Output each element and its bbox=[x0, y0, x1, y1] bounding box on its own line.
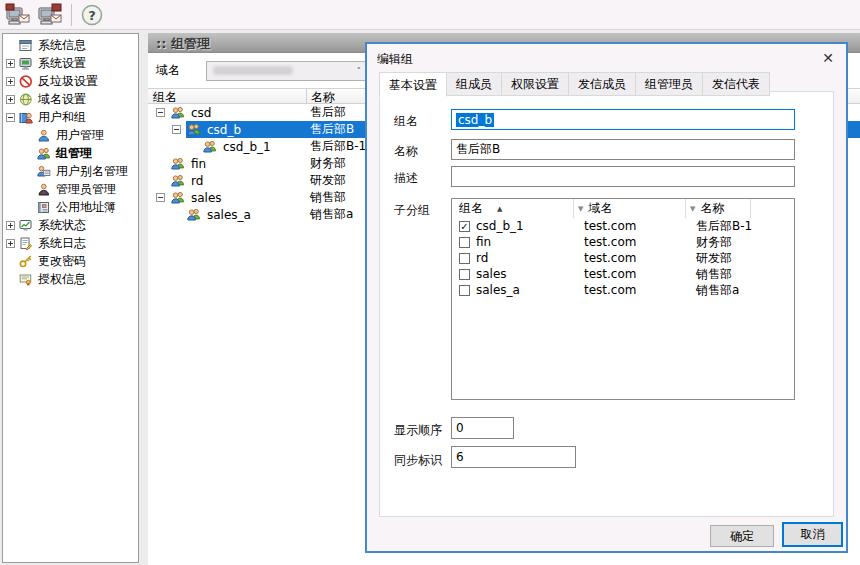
tree-spacer bbox=[24, 203, 33, 212]
checkbox-checked[interactable]: ✓ bbox=[459, 221, 470, 232]
dialog-tab-0[interactable]: 基本设置 bbox=[379, 72, 447, 97]
cancel-button[interactable]: 取消 bbox=[782, 522, 843, 547]
tree-spacer bbox=[6, 41, 15, 50]
edit-group-dialog: 编辑组 ✕ 基本设置组成员权限设置发信成员组管理员发信代表 组名 csd_b 名… bbox=[365, 42, 848, 553]
ok-button[interactable]: 确定 bbox=[710, 525, 774, 547]
subgroups-header-display[interactable]: ▼ 名称 bbox=[686, 199, 751, 218]
domain-settings-icon bbox=[19, 93, 34, 106]
group-icon bbox=[203, 140, 219, 153]
tree-expander-icon[interactable] bbox=[172, 125, 181, 134]
sync-id-input[interactable] bbox=[451, 446, 576, 468]
group-icon bbox=[171, 106, 187, 119]
dialog-tab-4[interactable]: 组管理员 bbox=[636, 72, 703, 96]
change-password-icon bbox=[19, 255, 34, 268]
sidebar-item-label: 管理员管理 bbox=[56, 181, 116, 198]
group-display-name: 销售部 bbox=[310, 189, 346, 206]
sort-asc-icon: ▲ bbox=[497, 205, 502, 213]
subgroup-display-name: 销售部 bbox=[696, 266, 794, 283]
sidebar-item-system-logs[interactable]: 系统日志 bbox=[3, 234, 138, 252]
dialog-tab-5[interactable]: 发信代表 bbox=[703, 72, 770, 96]
toolbar: ? bbox=[0, 0, 860, 30]
checkbox-unchecked[interactable] bbox=[459, 237, 470, 248]
tree-spacer bbox=[6, 275, 15, 284]
close-icon[interactable]: ✕ bbox=[818, 48, 838, 68]
public-addressbook-icon bbox=[37, 201, 52, 214]
sidebar-item-label: 系统信息 bbox=[38, 37, 86, 54]
sidebar-item-admin-management[interactable]: 管理员管理 bbox=[3, 180, 138, 198]
sidebar-item-system-settings[interactable]: 系统设置 bbox=[3, 54, 138, 72]
checkbox-unchecked[interactable] bbox=[459, 285, 470, 296]
dialog-tab-2[interactable]: 权限设置 bbox=[502, 72, 569, 96]
tree-expander-icon[interactable] bbox=[6, 113, 15, 122]
description-input[interactable] bbox=[451, 166, 795, 187]
dialog-tab-1[interactable]: 组成员 bbox=[447, 72, 502, 96]
sidebar-item-user-alias-management[interactable]: 用户别名管理 bbox=[3, 162, 138, 180]
filter-dropdown-icon: ▼ bbox=[690, 205, 695, 213]
subgroups-header-domain[interactable]: ▼ 域名 bbox=[574, 199, 686, 218]
display-name-input[interactable] bbox=[451, 139, 795, 160]
sync-id-label: 同步标识 bbox=[394, 452, 442, 469]
display-name-label: 名称 bbox=[394, 143, 418, 160]
sidebar-item-users-and-groups[interactable]: 用户和组 bbox=[3, 108, 138, 126]
group-display-name: 财务部 bbox=[310, 155, 346, 172]
admin-management-icon bbox=[37, 183, 52, 196]
display-order-input[interactable] bbox=[451, 417, 514, 439]
sidebar-item-system-info[interactable]: 系统信息 bbox=[3, 36, 138, 54]
sidebar-item-label: 更改密码 bbox=[38, 253, 86, 270]
subgroups-header-name[interactable]: 组名 ▲ bbox=[452, 199, 574, 218]
tree-expander-icon[interactable] bbox=[156, 193, 165, 202]
group-icon bbox=[187, 208, 203, 221]
sidebar-item-system-status[interactable]: 系统状态 bbox=[3, 216, 138, 234]
tree-expander-icon[interactable] bbox=[6, 239, 15, 248]
sidebar-item-label: 用户和组 bbox=[38, 109, 86, 126]
subgroup-name: fin bbox=[476, 235, 584, 249]
subgroup-row-sales: salestest.com销售部 bbox=[452, 266, 794, 282]
help-icon[interactable]: ? bbox=[79, 2, 105, 28]
group-name: csd_b_1 bbox=[223, 140, 271, 154]
domain-select-value bbox=[213, 66, 293, 75]
sidebar-item-label: 用户管理 bbox=[56, 127, 104, 144]
mail-server-icon[interactable] bbox=[37, 2, 63, 28]
domain-label: 域名 bbox=[156, 62, 180, 79]
mail-gateway-icon[interactable] bbox=[5, 2, 31, 28]
group-management-icon bbox=[37, 147, 52, 160]
sidebar-item-label: 组管理 bbox=[56, 145, 92, 162]
sidebar-item-license-info[interactable]: 授权信息 bbox=[3, 270, 138, 288]
tree-expander-icon[interactable] bbox=[6, 59, 15, 68]
group-name-selected-text: csd_b bbox=[456, 113, 494, 127]
sidebar-item-public-addressbook[interactable]: 公用地址簿 bbox=[3, 198, 138, 216]
tree-expander-icon[interactable] bbox=[6, 77, 15, 86]
group-list-header-name[interactable]: 组名 bbox=[148, 89, 307, 103]
tree-expander-icon[interactable] bbox=[6, 95, 15, 104]
checkbox-unchecked[interactable] bbox=[459, 269, 470, 280]
sidebar-item-change-password[interactable]: 更改密码 bbox=[3, 252, 138, 270]
tree-expander-icon[interactable] bbox=[156, 108, 165, 117]
domain-select[interactable]: ˅ bbox=[206, 61, 368, 81]
group-name: fin bbox=[191, 157, 206, 171]
dialog-title: 编辑组 bbox=[377, 51, 413, 68]
subgroups-table-header: 组名 ▲ ▼ 域名 ▼ 名称 bbox=[452, 199, 794, 218]
sidebar-item-group-management[interactable]: 组管理 bbox=[3, 144, 138, 162]
user-management-icon bbox=[37, 129, 52, 142]
sidebar-item-user-management[interactable]: 用户管理 bbox=[3, 126, 138, 144]
sidebar-item-antispam-settings[interactable]: 反垃圾设置 bbox=[3, 72, 138, 90]
sidebar-item-label: 系统日志 bbox=[38, 235, 86, 252]
system-status-icon bbox=[19, 219, 34, 232]
group-name-input[interactable]: csd_b bbox=[451, 109, 795, 130]
subgroups-table: 组名 ▲ ▼ 域名 ▼ 名称 ✓csd_b_1test.com售后部B-1fin… bbox=[451, 198, 795, 400]
system-logs-icon bbox=[19, 237, 34, 250]
group-name: csd_b bbox=[207, 123, 241, 137]
tree-spacer bbox=[24, 167, 33, 176]
dialog-tab-3[interactable]: 发信成员 bbox=[569, 72, 636, 96]
toolbar-separator bbox=[71, 4, 72, 26]
group-name: csd bbox=[191, 106, 211, 120]
tree-expander-icon[interactable] bbox=[6, 221, 15, 230]
sidebar-item-domain-settings[interactable]: 域名设置 bbox=[3, 90, 138, 108]
subgroup-domain: test.com bbox=[584, 283, 696, 297]
group-display-name: 售后部 bbox=[310, 104, 346, 121]
app-window: { "toolbar": { "icons": [ { "name": "mai… bbox=[0, 0, 860, 565]
chevron-down-icon: ˅ bbox=[357, 66, 362, 76]
checkbox-unchecked[interactable] bbox=[459, 253, 470, 264]
system-info-icon bbox=[19, 39, 34, 52]
subgroup-name: sales_a bbox=[476, 283, 584, 297]
